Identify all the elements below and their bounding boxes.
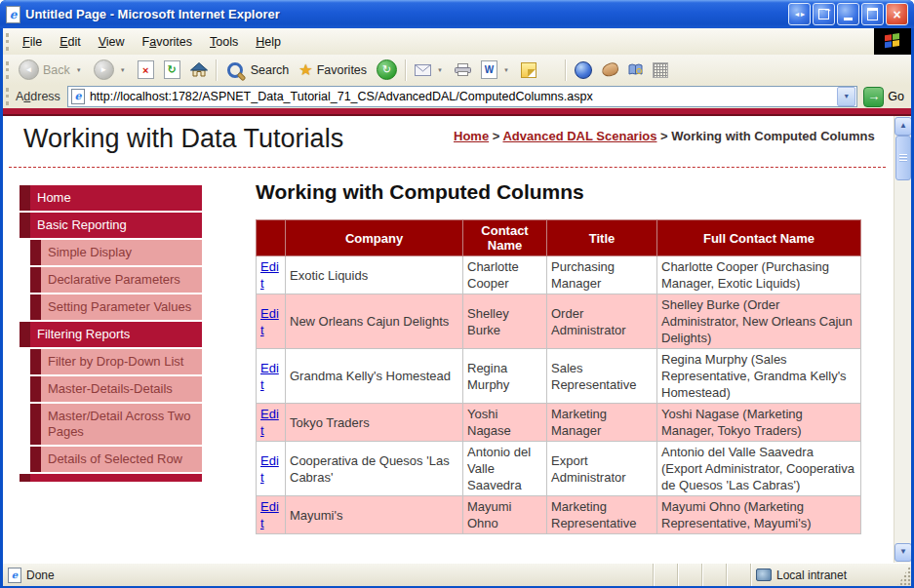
back-button[interactable]: ◄ Back ▼: [14, 58, 89, 82]
site-accent-bar: [3, 108, 911, 116]
cell-full-contact-name: Regina Murphy (Sales Representative, Gra…: [657, 349, 861, 404]
edit-link[interactable]: Edit: [260, 499, 279, 530]
search-icon: [227, 62, 243, 78]
minimize-button[interactable]: [837, 3, 859, 25]
minimize-icon: [844, 18, 853, 20]
scroll-down-button[interactable]: ▼: [894, 543, 911, 562]
close-button[interactable]: ×: [886, 3, 908, 25]
window-popout-button[interactable]: [813, 3, 835, 25]
scroll-up-button[interactable]: ▲: [894, 117, 911, 136]
item-accent-bar: [30, 267, 41, 293]
home-button[interactable]: [185, 60, 213, 79]
status-page-icon: e: [8, 568, 21, 583]
resize-grip[interactable]: [897, 564, 911, 586]
messenger-button[interactable]: [570, 59, 597, 81]
menu-item-view[interactable]: View: [90, 31, 134, 53]
window-title: Untitled Page - Microsoft Internet Explo…: [25, 7, 783, 21]
search-label: Search: [251, 63, 290, 77]
toolbar-separator: [216, 59, 218, 81]
maximize-icon: [867, 8, 878, 20]
sidebar-item-basic-reporting[interactable]: Basic Reporting: [20, 213, 202, 238]
vertical-scrollbar[interactable]: ▲ ▼: [894, 116, 911, 563]
stop-button[interactable]: ×: [133, 59, 159, 81]
favorites-button[interactable]: ★ Favorites: [294, 60, 372, 80]
sidebar-item-filter-by-drop-down-list[interactable]: Filter by Drop-Down List: [30, 349, 202, 374]
refresh-icon: ↻: [168, 63, 177, 76]
forward-button[interactable]: ► ▼: [89, 58, 133, 82]
go-button[interactable]: → Go: [857, 87, 911, 107]
windows-flag-icon: [885, 33, 901, 50]
menu-item-file[interactable]: File: [14, 31, 51, 53]
cell-contact-name: Yoshi Nagase: [463, 404, 547, 442]
address-label: Address: [14, 90, 67, 103]
history-button[interactable]: ↻: [372, 58, 402, 82]
back-label: Back: [43, 63, 70, 77]
close-icon: ×: [893, 8, 900, 21]
sidebar-item-simple-display[interactable]: Simple Display: [30, 240, 202, 265]
breadcrumb: Home > Advanced DAL Scenarios > Working …: [454, 129, 885, 144]
main-section: Working with Computed Columns CompanyCon…: [256, 180, 862, 534]
dev-tool-button[interactable]: [648, 60, 673, 80]
edit-with-word-button[interactable]: W ▼: [476, 59, 516, 81]
sidebar-item-declarative-parameters[interactable]: Declarative Parameters: [30, 267, 202, 293]
sidebar-item-filtering-reports[interactable]: Filtering Reports: [20, 322, 202, 347]
cell-company: Mayumi's: [286, 496, 463, 534]
toolbar-separator: [405, 59, 407, 81]
discuss-button[interactable]: [516, 60, 541, 80]
window-swap-button[interactable]: ◄►: [788, 3, 811, 25]
print-button[interactable]: [450, 61, 476, 78]
ie-logo-icon: e: [6, 6, 20, 23]
addon-button[interactable]: [597, 61, 623, 78]
table-row: EditExotic LiquidsCharlotte CooperPurcha…: [257, 256, 861, 294]
edit-link[interactable]: Edit: [260, 361, 279, 392]
cell-full-contact-name: Shelley Burke (Order Administrator, New …: [657, 294, 861, 349]
sidebar-item-details-of-selected-row[interactable]: Details of Selected Row: [30, 447, 202, 472]
toolbar-grip[interactable]: [6, 61, 9, 79]
back-dropdown-icon: ▼: [74, 67, 84, 73]
refresh-button[interactable]: ↻: [159, 59, 185, 81]
cell-title: Marketing Manager: [547, 404, 657, 442]
menu-item-help[interactable]: Help: [247, 31, 290, 53]
sidebar-item-home[interactable]: Home: [20, 185, 202, 211]
menu-item-edit[interactable]: Edit: [51, 31, 90, 53]
edit-link[interactable]: Edit: [260, 453, 279, 485]
search-button[interactable]: Search: [220, 59, 295, 82]
menu-bar: FileEditViewFavoritesToolsHelp: [3, 28, 911, 56]
research-button[interactable]: [623, 61, 648, 78]
left-right-arrows-icon: ◄►: [794, 11, 806, 18]
breadcrumb-link[interactable]: Home: [454, 129, 489, 143]
sidebar-item-master-detail-across-two-pages[interactable]: Master/Detail Across Two Pages: [30, 404, 202, 445]
standard-buttons-toolbar: ◄ Back ▼ ► ▼ × ↻ Search ★ Favorites ↻: [3, 55, 911, 86]
edit-link[interactable]: Edit: [260, 306, 279, 337]
breadcrumb-link[interactable]: Advanced DAL Scenarios: [502, 129, 656, 143]
page-content: Working with Data Tutorials Home > Advan…: [3, 116, 911, 563]
toolbar-grip[interactable]: [6, 33, 9, 51]
sidebar-item-label: Master/Detail Across Two Pages: [41, 404, 202, 445]
forward-dropdown-icon: ▼: [118, 67, 128, 73]
menu-item-tools[interactable]: Tools: [201, 31, 247, 53]
maximize-button[interactable]: [861, 3, 884, 25]
edit-link[interactable]: Edit: [260, 259, 279, 291]
addon-icon: [601, 61, 620, 78]
mail-button[interactable]: ▼: [410, 62, 450, 78]
address-dropdown-button[interactable]: ▼: [837, 87, 855, 106]
menu-item-favorites[interactable]: Favorites: [134, 31, 201, 53]
header-divider: [9, 167, 886, 168]
toolbar-grip[interactable]: [6, 88, 9, 105]
page-icon: e: [71, 89, 85, 104]
sidebar-item-master-details-details[interactable]: Master-Details-Details: [30, 376, 202, 402]
edit-link[interactable]: Edit: [260, 407, 279, 438]
address-input[interactable]: e http://localhost:1782/ASPNET_Data_Tuto…: [67, 86, 857, 107]
discuss-note-icon: [521, 62, 536, 78]
column-header-contact-name: Contact Name: [463, 220, 547, 256]
stop-icon: ×: [142, 64, 148, 76]
sidebar-item-setting-parameter-values[interactable]: Setting Parameter Values: [30, 294, 202, 320]
site-title: Working with Data Tutorials: [23, 124, 343, 154]
scroll-thumb[interactable]: [895, 136, 911, 180]
cell-full-contact-name: Yoshi Nagase (Marketing Manager, Tokyo T…: [657, 404, 861, 442]
table-row: EditNew Orleans Cajun DelightsShelley Bu…: [257, 294, 861, 349]
cell-title: Purchasing Manager: [547, 256, 657, 294]
cell-company: Exotic Liquids: [286, 256, 463, 294]
column-header-title: Title: [547, 220, 657, 256]
title-bar[interactable]: e Untitled Page - Microsoft Internet Exp…: [0, 0, 914, 28]
